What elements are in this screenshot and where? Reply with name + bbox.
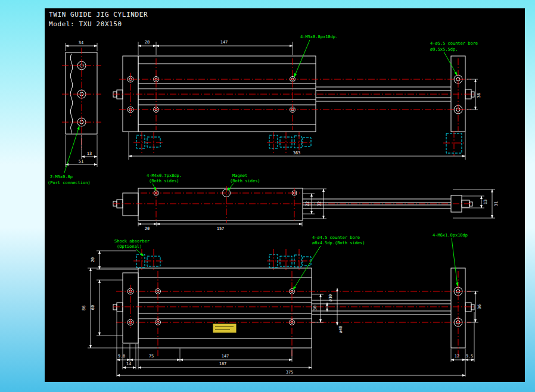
- dim-13: 13: [87, 151, 92, 156]
- cbore-note-line2: ø9.5x5.5dp.: [430, 47, 458, 52]
- top-tap-note-line2: (Both sides): [149, 179, 179, 183]
- dim-86: 86: [82, 306, 86, 310]
- shock-note-line2: (Optional): [117, 244, 142, 249]
- dim-60: 60: [91, 305, 95, 310]
- cad-drawing: TWIN GUIDE JIG CYLINDER Model: TXU 20X15…: [0, 0, 535, 392]
- dim-14: 14: [126, 362, 131, 366]
- dim-12: 12: [455, 354, 459, 359]
- shock-note-line1: Shock absorber: [114, 239, 150, 244]
- bottom-cbore-note-line2: ø8x4.5dp.(Both sides): [312, 241, 365, 245]
- dim-36b: 36: [477, 304, 482, 309]
- top-tap-note-line1: 4-M4x0.7px8dp.: [147, 173, 182, 178]
- dim-9-8: 9.8: [118, 354, 126, 359]
- dim-bore-dia: ø40: [338, 326, 343, 334]
- port-note-line2: (Port connection): [48, 181, 91, 185]
- viewer-background: TWIN GUIDE JIG CYLINDER Model: TXU 20X15…: [0, 0, 535, 392]
- dim-30: 30: [313, 306, 318, 310]
- dim-51: 51: [79, 159, 83, 164]
- dim-375: 375: [286, 370, 294, 375]
- dim-157: 157: [217, 226, 225, 231]
- port-note-line1: 2-M5x0.8p: [50, 175, 73, 179]
- dim-147: 147: [220, 40, 228, 45]
- dim-147b: 147: [222, 354, 229, 359]
- dim-32: 32: [317, 201, 322, 206]
- dim-22: 22: [305, 201, 310, 206]
- dim-31: 31: [494, 201, 499, 206]
- dim-20b: 20: [91, 257, 95, 262]
- dim-9-5: 9.5: [466, 354, 474, 359]
- drawing-title: TWIN GUIDE JIG CYLINDER: [49, 11, 148, 18]
- dim-13b: 13: [483, 200, 488, 204]
- bottom-cbore-note-line1: 4-ø4.5 counter bore: [312, 235, 360, 240]
- bottom-tap-note: 4-M6x1.0px10dp: [433, 233, 468, 238]
- magnet-note-line1: Magnet: [232, 173, 247, 178]
- dim-75: 75: [149, 354, 154, 359]
- dim-36: 36: [477, 93, 481, 98]
- dim-28: 28: [145, 40, 150, 45]
- cbore-note-line1: 4-ø5.5 counter bore: [430, 41, 478, 46]
- nameplate: [213, 324, 236, 332]
- drawing-model: Model: TXU 20X150: [49, 20, 122, 28]
- tap-note: 4-M5x0.8px10dp.: [300, 35, 338, 39]
- dim-34: 34: [79, 41, 83, 45]
- dim-363: 363: [293, 151, 301, 155]
- dim-187: 187: [219, 362, 227, 366]
- dim-rod-dia: ø10: [328, 294, 333, 302]
- magnet-note-line2: (Both sides): [230, 179, 260, 183]
- dim-20: 20: [145, 226, 150, 231]
